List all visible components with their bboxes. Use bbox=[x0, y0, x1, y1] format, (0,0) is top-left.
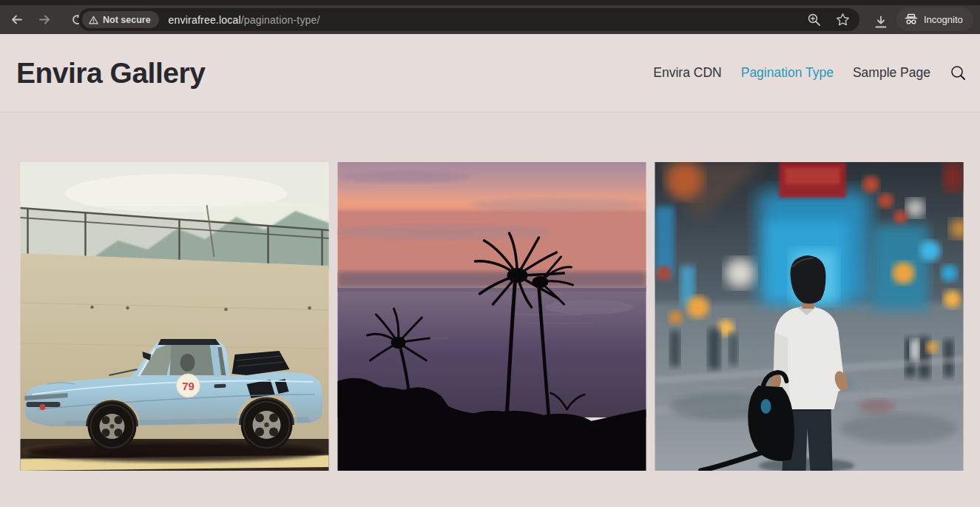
nav-item-pagination-type[interactable]: Pagination Type bbox=[741, 65, 834, 81]
gallery-image-palm-sunset[interactable] bbox=[337, 162, 646, 471]
security-chip-label: Not secure bbox=[103, 15, 151, 25]
forward-arrow-icon bbox=[38, 13, 51, 26]
site-header: Envira Gallery Envira CDN Pagination Typ… bbox=[0, 34, 980, 113]
main-navigation: Envira CDN Pagination Type Sample Page bbox=[653, 65, 980, 81]
incognito-spy-icon bbox=[905, 13, 918, 25]
warning-triangle-icon bbox=[89, 16, 98, 24]
incognito-badge[interactable]: Incognito bbox=[896, 7, 973, 31]
url-path: /pagination-type/ bbox=[241, 14, 320, 26]
url-text: envirafree.local/pagination-type/ bbox=[169, 14, 320, 26]
forward-button[interactable] bbox=[34, 10, 55, 30]
download-button[interactable] bbox=[870, 11, 892, 33]
page-content: 79 bbox=[0, 113, 980, 506]
back-arrow-icon bbox=[10, 13, 23, 26]
palm-sunset-photo bbox=[337, 162, 646, 471]
vintage-car-photo: 79 bbox=[20, 162, 329, 471]
zoom-magnifier-icon[interactable] bbox=[807, 13, 821, 27]
gallery-image-vintage-car[interactable]: 79 bbox=[20, 162, 329, 471]
back-button[interactable] bbox=[6, 10, 27, 30]
street-man-photo bbox=[655, 162, 964, 471]
download-icon bbox=[873, 15, 888, 30]
search-icon bbox=[950, 65, 966, 81]
tab-strip bbox=[0, 0, 980, 5]
car-badge-number: 79 bbox=[182, 380, 195, 392]
nav-item-sample-page[interactable]: Sample Page bbox=[853, 65, 930, 81]
bookmark-star-icon[interactable] bbox=[836, 13, 850, 27]
gallery-image-street-man[interactable] bbox=[655, 162, 964, 471]
search-button[interactable] bbox=[950, 65, 966, 81]
incognito-label: Incognito bbox=[924, 14, 963, 25]
nav-item-envira-cdn[interactable]: Envira CDN bbox=[653, 65, 721, 81]
image-gallery: 79 bbox=[0, 113, 980, 471]
site-title[interactable]: Envira Gallery bbox=[16, 57, 205, 90]
browser-chrome: Not secure envirafree.local/pagination-t… bbox=[0, 0, 980, 34]
url-domain: envirafree.local bbox=[169, 14, 241, 26]
address-bar[interactable]: Not secure envirafree.local/pagination-t… bbox=[78, 8, 859, 31]
security-chip[interactable]: Not secure bbox=[82, 11, 159, 28]
